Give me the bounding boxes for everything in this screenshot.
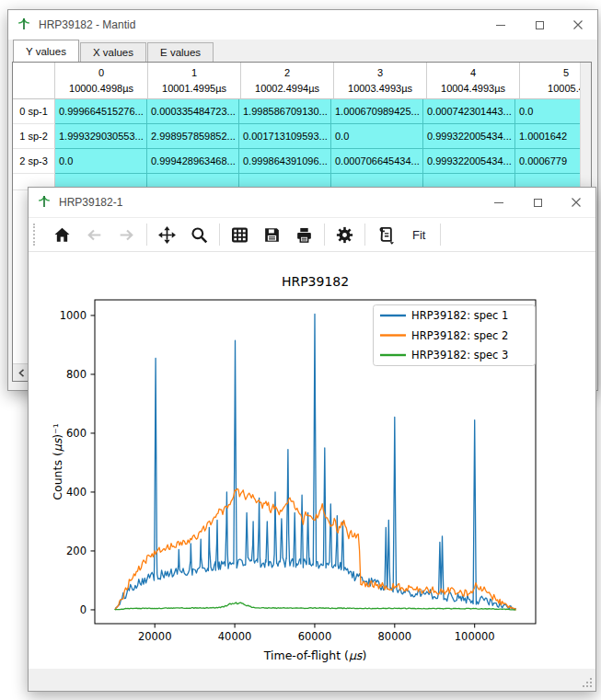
maximize-button[interactable]	[520, 10, 559, 40]
column-header[interactable]: 110001.4995µs	[148, 63, 241, 99]
plot-window: HRP39182-1	[28, 187, 596, 692]
table-cell[interactable]: 0.001713109593...	[239, 124, 331, 149]
plot-title: HRP39182	[282, 274, 349, 289]
column-header[interactable]: 410004.4993µs	[427, 63, 520, 99]
table-header-row: 010000.4998µs110001.4995µs210002.4994µs3…	[13, 63, 581, 99]
x-axis-label: Time-of-flight (μs)	[263, 648, 367, 662]
svg-text:100000: 100000	[455, 630, 495, 643]
generate-script-icon	[376, 224, 396, 245]
table-row: 2 sp-30.00.999428963468...0.999864391096…	[13, 149, 581, 174]
minimize-button[interactable]	[480, 188, 518, 217]
table-cell[interactable]: 0.000335484723...	[147, 99, 239, 124]
row-header[interactable]: 0 sp-1	[13, 99, 55, 124]
table-cell[interactable]: 0.0	[515, 99, 581, 124]
column-header[interactable]: 210002.4994µs	[241, 63, 334, 99]
close-icon	[573, 20, 583, 29]
maximize-icon	[536, 21, 544, 29]
save-icon	[262, 225, 282, 245]
svg-text:20000: 20000	[138, 630, 172, 643]
svg-text:200: 200	[66, 545, 87, 557]
back-arrow-icon	[85, 225, 104, 245]
table-cell[interactable]: 0.999322005434...	[423, 149, 515, 174]
minimize-icon	[496, 25, 505, 26]
table-cell[interactable]: 1.999329030553...	[55, 124, 147, 149]
svg-text:40000: 40000	[218, 630, 252, 643]
table-cell[interactable]: 0.0	[331, 124, 423, 149]
toolbar-separator	[219, 224, 220, 246]
table-cell[interactable]: 0.999864391096...	[239, 149, 331, 174]
customize-button[interactable]	[329, 221, 361, 248]
forward-button[interactable]	[110, 221, 143, 248]
svg-text:400: 400	[66, 486, 87, 499]
series-line-3	[115, 602, 515, 610]
print-icon	[295, 225, 314, 245]
table-cell[interactable]: 0.999322005434...	[423, 124, 515, 149]
svg-text:1000: 1000	[60, 309, 87, 322]
print-button[interactable]	[288, 221, 320, 248]
tab-x-values[interactable]: X values	[80, 42, 146, 62]
zoom-magnifier-icon	[190, 225, 209, 245]
maximize-icon	[534, 199, 542, 207]
table-window-titlebar[interactable]: HRP39182 - Mantid	[8, 10, 597, 40]
svg-text:800: 800	[66, 368, 87, 381]
toolbar-drag-handle[interactable]	[33, 224, 40, 246]
plot-window-titlebar[interactable]: HRP39182-1	[29, 188, 595, 217]
series-line-2	[115, 488, 515, 610]
table-cell[interactable]: 0.0	[55, 149, 147, 174]
tab-e-values[interactable]: E values	[147, 42, 214, 62]
table-cell[interactable]: 1.998586709130...	[239, 99, 331, 124]
tab-y-values[interactable]: Y values	[13, 40, 79, 62]
toolbar-separator	[146, 224, 147, 246]
row-header[interactable]: 1 sp-2	[13, 124, 55, 149]
toolbar-separator	[440, 224, 441, 246]
pan-button[interactable]	[151, 221, 183, 248]
mantid-logo-icon	[17, 16, 31, 35]
desktop: HRP39182 - Mantid Y values X values E va…	[0, 0, 601, 700]
pan-move-icon	[157, 225, 177, 245]
zoom-button[interactable]	[183, 221, 215, 248]
table-cell[interactable]: 0.000706645434...	[331, 149, 423, 174]
subplots-button[interactable]	[224, 221, 256, 248]
table-tabbar: Y values X values E values	[8, 40, 597, 62]
svg-text:60000: 60000	[298, 630, 332, 643]
table-cell[interactable]: 1.0001642	[515, 124, 581, 149]
save-button[interactable]	[256, 221, 288, 248]
generate-script-button[interactable]	[369, 221, 401, 248]
table-cell[interactable]: 0.000742301443...	[423, 99, 515, 124]
figure: HRP3918220000400006000080000100000020040…	[29, 252, 595, 671]
plot-canvas[interactable]: HRP3918220000400006000080000100000020040…	[29, 252, 595, 669]
table-row: 0 sp-10.999664515276...0.000335484723...…	[13, 99, 581, 124]
resize-grip[interactable]	[582, 677, 593, 688]
svg-text:0: 0	[80, 603, 87, 616]
svg-text:600: 600	[66, 427, 87, 440]
legend-entry: HRP39182: spec 1	[411, 309, 508, 322]
legend-entry: HRP39182: spec 3	[411, 349, 508, 361]
home-button[interactable]	[46, 221, 78, 248]
maximize-button[interactable]	[518, 188, 557, 217]
table-cell[interactable]: 0.0006779	[515, 149, 581, 174]
close-icon	[572, 198, 581, 207]
plot-legend: HRP39182: spec 1HRP39182: spec 2HRP39182…	[374, 305, 536, 366]
home-icon	[52, 225, 72, 245]
close-button[interactable]	[557, 188, 595, 217]
minimize-icon	[494, 202, 503, 203]
svg-text:80000: 80000	[378, 630, 412, 643]
fit-button[interactable]: Fit	[401, 228, 436, 242]
table-cell[interactable]: 2.998957859852...	[147, 124, 239, 149]
table-corner-cell[interactable]	[13, 63, 55, 99]
minimize-button[interactable]	[481, 10, 520, 40]
plot-toolbar: Fit	[29, 217, 595, 252]
table-cell[interactable]: 0.999664515276...	[55, 99, 147, 124]
column-header[interactable]: 010000.4998µs	[55, 63, 148, 99]
y-axis-label: Counts (μs)⁻¹	[51, 423, 64, 499]
plot-window-title: HRP39182-1	[59, 196, 122, 209]
column-header[interactable]: 510005.4	[520, 63, 581, 99]
column-header[interactable]: 310003.4993µs	[334, 63, 427, 99]
table-cell[interactable]: 0.999428963468...	[147, 149, 239, 174]
customize-gear-icon	[335, 225, 354, 245]
table-cell[interactable]: 1.000670989425...	[331, 99, 423, 124]
close-button[interactable]	[559, 10, 597, 40]
back-button[interactable]	[78, 221, 110, 248]
mantid-logo-icon	[37, 193, 52, 212]
row-header[interactable]: 2 sp-3	[13, 149, 55, 174]
